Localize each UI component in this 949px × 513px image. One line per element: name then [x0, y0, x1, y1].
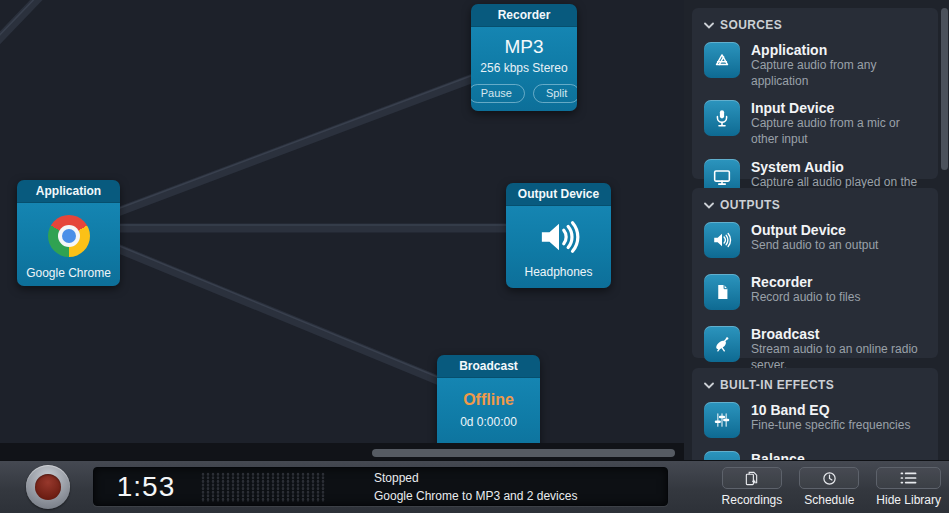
sources-header[interactable]: SOURCES [704, 18, 928, 32]
speaker-icon [536, 217, 582, 257]
status-display: 1:53 Stopped Google Chrome to MP3 and 2 … [93, 467, 668, 506]
session-canvas[interactable]: Recorder MP3 256 kbps Stereo Pause Split… [0, 0, 684, 460]
recordings-label: Recordings [722, 493, 783, 507]
outputs-panel: OUTPUTS Output Device Send audio to an o… [692, 188, 938, 358]
record-button[interactable] [26, 465, 70, 509]
audio-hijack-window: Recorder MP3 256 kbps Stereo Pause Split… [0, 0, 949, 513]
split-button[interactable]: Split [533, 84, 577, 103]
library-item-input-device[interactable]: Input Device Capture audio from a mic or… [704, 100, 928, 147]
status-line-state: Stopped [374, 469, 577, 487]
file-icon [704, 274, 740, 310]
library-item-application[interactable]: Application Capture audio from any appli… [704, 42, 928, 89]
transport-bar: 1:53 Stopped Google Chrome to MP3 and 2 … [0, 460, 949, 513]
horizontal-scrollbar-thumb[interactable] [372, 449, 675, 457]
satellite-icon [704, 326, 740, 362]
session-timer: 1:53 [94, 471, 198, 503]
chevron-down-icon [704, 202, 714, 209]
application-node-header: Application [17, 180, 120, 203]
recorder-detail: 256 kbps Stereo [480, 61, 567, 75]
output-device-node-header: Output Device [506, 183, 611, 206]
speaker-icon [704, 222, 740, 258]
list-button[interactable] [876, 467, 941, 489]
sources-panel: SOURCES Application Capture audio from a… [692, 8, 938, 179]
canvas-scrollbar-track [0, 443, 684, 460]
broadcast-time: 0d 0:00:00 [460, 415, 517, 429]
output-device-node-label: Headphones [524, 265, 592, 279]
built-in-effects-header[interactable]: BUILT-IN EFFECTS [704, 378, 928, 392]
vu-meter [201, 472, 325, 502]
outputs-header[interactable]: OUTPUTS [704, 198, 928, 212]
broadcast-node-header: Broadcast [437, 355, 540, 378]
library-item-balance[interactable]: Balance Adjust relative levels of [704, 451, 928, 460]
clock-icon [822, 471, 837, 486]
application-icon [704, 42, 740, 78]
library-item-broadcast[interactable]: Broadcast Stream audio to an online radi… [704, 326, 928, 373]
recorder-node[interactable]: Recorder MP3 256 kbps Stereo Pause Split [471, 4, 577, 111]
chevron-down-icon [704, 22, 714, 29]
balance-icon [704, 451, 740, 460]
application-node-label: Google Chrome [26, 266, 111, 280]
chrome-icon [48, 215, 90, 257]
schedule-button[interactable] [799, 467, 859, 489]
library-item-recorder[interactable]: Recorder Record audio to files [704, 274, 928, 310]
record-dot-icon [35, 474, 61, 500]
library-sidebar: SOURCES Application Capture audio from a… [684, 0, 949, 460]
schedule-group: Schedule [799, 467, 859, 507]
schedule-label: Schedule [804, 493, 854, 507]
equalizer-icon [704, 402, 740, 438]
recorder-node-header: Recorder [471, 4, 577, 27]
output-device-node[interactable]: Output Device Headphones [506, 183, 611, 288]
library-item-10-band-eq[interactable]: 10 Band EQ Fine-tune specific frequencie… [704, 402, 928, 438]
recordings-icon [744, 471, 759, 486]
broadcast-status: Offline [463, 391, 514, 409]
status-line-pipeline: Google Chrome to MP3 and 2 devices [374, 487, 577, 505]
hide-library-label: Hide Library [876, 493, 941, 507]
chevron-down-icon [704, 382, 714, 389]
recordings-group: Recordings [722, 467, 783, 507]
application-node[interactable]: Application Google Chrome [17, 180, 120, 286]
list-icon [900, 471, 917, 485]
vertical-scrollbar-thumb[interactable] [941, 8, 948, 170]
built-in-effects-panel: BUILT-IN EFFECTS 10 Band EQ Fine-tune sp… [692, 368, 938, 460]
microphone-icon [704, 100, 740, 136]
pause-button[interactable]: Pause [471, 84, 525, 103]
library-item-output-device[interactable]: Output Device Send audio to an output [704, 222, 928, 258]
hide-library-group: Hide Library [876, 467, 941, 507]
recordings-button[interactable] [722, 467, 783, 489]
recorder-format: MP3 [504, 36, 543, 58]
